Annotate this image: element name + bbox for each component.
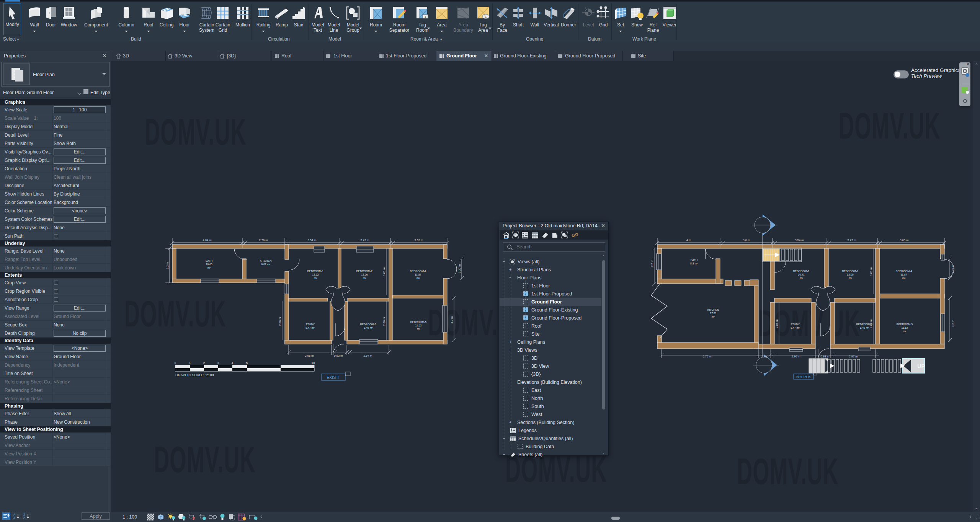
svg-text:0: 0 — [175, 361, 176, 365]
svg-text:m²: m² — [417, 328, 420, 330]
svg-text:2.97 m: 2.97 m — [849, 355, 858, 358]
svg-text:3.63 m: 3.63 m — [415, 238, 423, 242]
svg-text:STUDY: STUDY — [305, 323, 315, 326]
svg-text:BEDROOM-1: BEDROOM-1 — [793, 270, 810, 272]
svg-text:0.93 m: 0.93 m — [821, 355, 830, 358]
svg-text:1 m: 1 m — [762, 355, 767, 358]
svg-text:3.61 m: 3.61 m — [382, 268, 386, 276]
svg-text:2.96 m: 2.96 m — [305, 354, 314, 357]
svg-text:3.63 m: 3.63 m — [900, 238, 909, 242]
svg-text:2.86 m: 2.86 m — [775, 320, 779, 328]
svg-text:12.06: 12.06 — [361, 273, 368, 276]
svg-text:3.54 m: 3.54 m — [795, 238, 804, 242]
svg-text:1: 1 — [425, 15, 426, 18]
svg-text:2.2 m: 2.2 m — [650, 260, 654, 267]
svg-text:20.41: 20.41 — [798, 273, 805, 276]
svg-text:KITCHEN: KITCHEN — [707, 308, 719, 311]
svg-text:BEDROOM-1: BEDROOM-1 — [307, 270, 324, 272]
svg-text:m²: m² — [903, 330, 906, 333]
svg-text:m²: m² — [902, 277, 906, 279]
svg-text:4.84 m: 4.84 m — [203, 238, 212, 242]
svg-text:8.47 m²: 8.47 m² — [305, 326, 315, 329]
svg-text:3.27 m: 3.27 m — [951, 265, 955, 274]
svg-text:BATH: BATH — [206, 259, 212, 262]
svg-text:m²: m² — [712, 315, 715, 318]
svg-text:Z: Z — [13, 516, 15, 519]
svg-text:BEDROOM-5: BEDROOM-5 — [897, 323, 913, 326]
svg-text:4: 4 — [232, 361, 234, 365]
svg-text:3.47 m: 3.47 m — [361, 238, 369, 242]
svg-text:3.61 m: 3.61 m — [869, 268, 873, 276]
svg-text:BATH: BATH — [691, 259, 697, 261]
svg-text:11.62: 11.62 — [902, 326, 908, 329]
svg-text:BEDROOM-4: BEDROOM-4 — [896, 270, 912, 272]
svg-text:3.2 m: 3.2 m — [951, 320, 955, 327]
svg-text:1: 1 — [189, 361, 191, 365]
svg-text:2.96 m: 2.96 m — [792, 355, 800, 358]
svg-text:6.07 m²: 6.07 m² — [261, 263, 270, 266]
svg-text:11.87: 11.87 — [901, 273, 907, 276]
svg-text:m²: m² — [849, 277, 852, 279]
svg-text:27.81: 27.81 — [710, 312, 717, 315]
svg-text:3: 3 — [217, 361, 219, 365]
svg-text:8.49 m²: 8.49 m² — [364, 326, 373, 329]
svg-text:3.27 m: 3.27 m — [458, 264, 461, 273]
svg-text:PROPOS: PROPOS — [796, 375, 812, 379]
svg-text:8.47 m²: 8.47 m² — [791, 326, 800, 329]
svg-text:8.49 m²: 8.49 m² — [860, 326, 869, 329]
svg-text:m²: m² — [207, 266, 211, 269]
svg-text:11.62: 11.62 — [415, 324, 422, 327]
svg-text:4 m: 4 m — [686, 238, 691, 242]
svg-text:BEDROOM-3: BEDROOM-3 — [856, 323, 873, 326]
svg-text:3.54 m: 3.54 m — [308, 238, 317, 242]
svg-text:2.97 m: 2.97 m — [364, 354, 372, 357]
svg-text:BEDROOM-2: BEDROOM-2 — [842, 270, 859, 272]
svg-text:0.93 m: 0.93 m — [334, 354, 343, 357]
svg-text:2.76 m: 2.76 m — [259, 238, 268, 242]
svg-text:BEDROOM-3: BEDROOM-3 — [360, 323, 377, 326]
svg-text:12.22: 12.22 — [312, 273, 319, 276]
svg-text:BEDROOM-4: BEDROOM-4 — [410, 270, 426, 272]
svg-text:2.86 m: 2.86 m — [278, 317, 282, 326]
svg-text:A: A — [23, 516, 25, 519]
svg-text:8.8 m²: 8.8 m² — [690, 262, 698, 265]
svg-text:KITCHEN: KITCHEN — [260, 259, 272, 262]
svg-text:m²: m² — [363, 277, 366, 279]
svg-text:BEDROOM-5: BEDROOM-5 — [410, 321, 427, 323]
svg-text:1: 1 — [485, 15, 487, 18]
svg-text:2.2 m: 2.2 m — [166, 262, 169, 269]
svg-text:3.47 m: 3.47 m — [848, 238, 856, 242]
svg-text:1: 1 — [585, 7, 586, 10]
svg-text:11.87: 11.87 — [415, 273, 421, 276]
svg-text:UP: UP — [917, 363, 924, 369]
svg-text:BEDROOM-2: BEDROOM-2 — [356, 270, 373, 272]
svg-text:3.2 m: 3.2 m — [450, 316, 454, 324]
svg-text:10.65: 10.65 — [206, 263, 212, 266]
svg-text:10: 10 — [312, 361, 315, 365]
svg-text:2.86 m: 2.86 m — [382, 317, 386, 326]
svg-text:m²: m² — [800, 277, 803, 279]
svg-text:m²: m² — [314, 277, 317, 279]
svg-text:3.6 m: 3.6 m — [743, 238, 750, 242]
svg-text:GRAPHIC SCALE: 1:100: GRAPHIC SCALE: 1:100 — [175, 373, 214, 377]
svg-text:m²: m² — [416, 277, 420, 279]
svg-text:6.75 m: 6.75 m — [703, 355, 712, 358]
svg-text:5: 5 — [246, 361, 248, 365]
svg-text:STUDY: STUDY — [791, 323, 800, 326]
svg-text:12.06: 12.06 — [847, 273, 854, 276]
svg-text:EXISTI: EXISTI — [327, 375, 339, 380]
svg-text:2: 2 — [203, 361, 205, 365]
